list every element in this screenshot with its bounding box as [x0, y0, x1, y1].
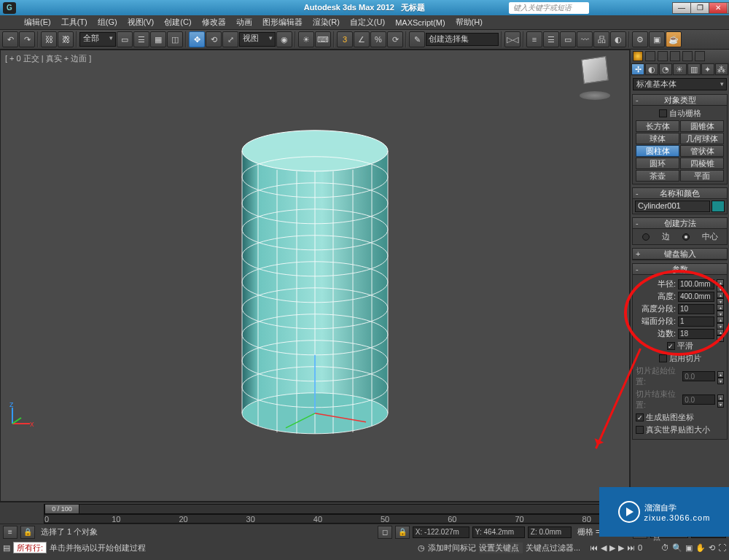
set-key-button[interactable]: 设置关键点 [479, 542, 523, 553]
mirror-button[interactable]: ▷◁ [504, 31, 521, 47]
object-color-swatch[interactable] [712, 201, 725, 212]
height-input[interactable]: 400.0mm [678, 292, 714, 302]
tool-icon[interactable] [682, 51, 693, 61]
rollout-header[interactable]: 键盘输入 [633, 249, 727, 260]
keyboard-shortcut-button[interactable]: ⌨ [315, 31, 331, 47]
menu-tools[interactable]: 工具(T) [56, 17, 93, 28]
curve-editor-button[interactable]: 〰 [577, 31, 593, 47]
height-seg-input[interactable]: 10 [678, 304, 714, 314]
coord-x[interactable]: X: -122.027m [413, 526, 469, 538]
creation-center-radio[interactable] [682, 233, 690, 241]
render-button[interactable]: ☕ [666, 31, 682, 47]
menu-modifier[interactable]: 修改器 [197, 17, 231, 28]
tab-create[interactable]: ✢ [631, 63, 644, 75]
rollout-header[interactable]: 创建方法 [633, 218, 727, 229]
height-spinner[interactable]: ▴▾ [717, 292, 724, 302]
tab-modify[interactable]: ◐ [645, 63, 658, 75]
primitive-pyramid[interactable]: 四棱锥 [680, 158, 724, 169]
key-filter-button[interactable]: 关键点过滤器... [526, 542, 587, 553]
tab-motion[interactable]: ☀ [673, 63, 686, 75]
sides-spinner[interactable]: ▴▾ [717, 329, 724, 339]
pivot-center-button[interactable]: ◉ [276, 31, 292, 47]
manipulate-button[interactable]: ☀ [298, 31, 314, 47]
play-start-button[interactable]: ⏮ [590, 543, 598, 552]
cap-seg-spinner[interactable]: ▴▾ [717, 316, 724, 327]
redo-button[interactable]: ↷ [19, 31, 35, 47]
tab-misc[interactable]: ⁂ [715, 63, 728, 75]
radius-spinner[interactable]: ▴▾ [717, 279, 724, 289]
primitive-geosphere[interactable]: 几何球体 [680, 133, 724, 144]
app-icon[interactable]: G [3, 2, 16, 14]
light-lister-icon[interactable] [645, 51, 655, 61]
menu-render[interactable]: 渲染(R) [308, 17, 345, 28]
time-slider-thumb[interactable]: 0 / 100 [44, 504, 79, 514]
primitive-teapot[interactable]: 茶壶 [636, 170, 679, 182]
menu-group[interactable]: 组(G) [93, 17, 122, 28]
angle-snap-button[interactable]: ∠ [354, 31, 370, 47]
isolate-icon[interactable]: ◻ [378, 526, 392, 539]
object-category-dropdown[interactable]: 标准基本体 [633, 78, 727, 90]
zoom-all-icon[interactable]: ▣ [685, 543, 693, 553]
tool-icon[interactable] [670, 51, 680, 61]
sides-input[interactable]: 18 [678, 329, 714, 339]
link-button[interactable]: ⛓ [41, 31, 57, 47]
render-setup-button[interactable]: ⚙ [632, 31, 648, 47]
object-name-input[interactable]: Cylinder001 [635, 201, 710, 212]
primitive-box[interactable]: 长方体 [636, 120, 679, 132]
zoom-icon[interactable]: 🔍 [672, 543, 682, 553]
pan-icon[interactable]: ✋ [695, 543, 706, 553]
tab-utilities[interactable]: ✦ [701, 63, 714, 75]
primitive-sphere[interactable]: 球体 [636, 133, 679, 144]
height-seg-spinner[interactable]: ▴▾ [717, 304, 724, 314]
select-by-name-button[interactable]: ☰ [133, 31, 149, 47]
gen-uv-checkbox[interactable]: ✓ [636, 413, 644, 421]
menu-create[interactable]: 创建(C) [159, 17, 196, 28]
coord-z[interactable]: Z: 0.0mm [528, 526, 572, 538]
ref-coord-dropdown[interactable]: 视图 [239, 32, 276, 47]
mini-listener-icon[interactable]: ▤ [3, 543, 10, 553]
radius-input[interactable]: 100.0mm [678, 279, 714, 289]
render-frame-button[interactable]: ▣ [649, 31, 665, 47]
primitive-torus[interactable]: 圆环 [636, 158, 679, 169]
menu-customize[interactable]: 自定义(U) [345, 17, 390, 28]
schematic-view-button[interactable]: 品 [593, 31, 609, 47]
undo-button[interactable]: ↶ [2, 31, 18, 47]
autogrid-checkbox[interactable] [659, 109, 667, 117]
sel-lock-icon[interactable]: 🔒 [395, 526, 410, 539]
coord-y[interactable]: Y: 464.2mm [472, 526, 525, 538]
time-tag-icon[interactable]: ◷ [418, 543, 425, 553]
menu-help[interactable]: 帮助(H) [451, 17, 488, 28]
edit-named-sel-button[interactable]: ✎ [409, 31, 425, 47]
menu-grapheditor[interactable]: 图形编辑器 [257, 17, 308, 28]
close-button[interactable]: ✕ [709, 2, 728, 14]
creation-edge-radio[interactable] [642, 233, 650, 241]
minimize-button[interactable]: — [672, 2, 691, 14]
time-config-button[interactable]: ⏱ [661, 543, 669, 552]
viewcube[interactable] [574, 55, 615, 100]
window-crossing-button[interactable]: ◫ [167, 31, 183, 47]
percent-snap-button[interactable]: % [370, 31, 386, 47]
max-viewport-icon[interactable]: ⛶ [718, 543, 726, 552]
ribbon-button[interactable]: ▭ [560, 31, 576, 47]
help-search-input[interactable]: 键入关键字或短语 [509, 2, 589, 14]
favorite-icon[interactable] [633, 51, 643, 61]
layer-manager-button[interactable]: ☰ [543, 31, 559, 47]
select-object-button[interactable]: ▭ [117, 31, 133, 47]
slice-on-checkbox[interactable] [659, 354, 667, 362]
spinner-snap-button[interactable]: ⟳ [387, 31, 403, 47]
select-scale-button[interactable]: ⤢ [222, 31, 238, 47]
primitive-tube[interactable]: 管状体 [680, 145, 724, 157]
tool-icon[interactable] [658, 51, 668, 61]
menu-view[interactable]: 视图(V) [122, 17, 160, 28]
rollout-header[interactable]: 参数 [633, 264, 727, 275]
material-editor-button[interactable]: ◐ [610, 31, 626, 47]
unlink-button[interactable]: ⛓̸ [58, 31, 74, 47]
snap-toggle-button[interactable]: 3 [337, 31, 353, 47]
play-end-button[interactable]: ⏭ [627, 543, 635, 552]
menu-maxscript[interactable]: MAXScript(M) [390, 18, 450, 27]
primitive-cone[interactable]: 圆锥体 [680, 120, 724, 132]
tool-icon[interactable] [695, 51, 705, 61]
tab-display[interactable]: ▥ [687, 63, 701, 75]
rollout-header[interactable]: 名称和颜色 [633, 188, 727, 199]
play-prev-button[interactable]: ◀ [601, 543, 607, 553]
